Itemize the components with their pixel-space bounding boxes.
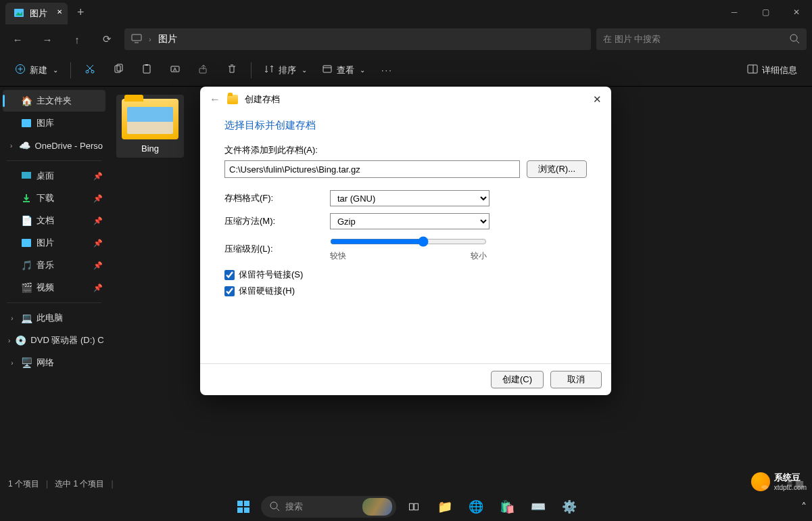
dialog-title: 创建存档 <box>245 93 280 106</box>
browse-button[interactable]: 浏览(R)... <box>527 160 587 178</box>
copy-button[interactable] <box>106 59 130 82</box>
details-pane-icon <box>747 64 758 76</box>
sidebar-item-gallery[interactable]: 图库 <box>3 112 105 134</box>
level-label: 压缩级别(L): <box>224 243 330 255</box>
cut-button[interactable] <box>78 59 102 82</box>
format-select[interactable]: tar (GNU) <box>330 190 489 206</box>
expand-icon[interactable]: › <box>8 142 15 150</box>
desktop-icon <box>21 171 32 181</box>
create-archive-dialog: ← 创建存档 ✕ 选择目标并创建存档 文件将添加到此存档(A): 浏览(R)..… <box>200 87 611 395</box>
explorer-button[interactable]: 📁 <box>431 494 458 520</box>
monitor-icon <box>131 33 142 46</box>
delete-button[interactable] <box>220 59 244 82</box>
pictures-icon <box>14 7 24 20</box>
svg-rect-25 <box>22 172 31 179</box>
settings-button[interactable]: ⚙️ <box>556 494 583 520</box>
pin-icon: 📌 <box>93 261 103 270</box>
breadcrumb[interactable]: › 图片 <box>124 28 591 50</box>
sidebar-item-this-pc[interactable]: ›💻此电脑 <box>3 307 105 329</box>
forward-button[interactable]: → <box>35 28 59 50</box>
search-placeholder: 在 图片 中搜索 <box>603 33 661 45</box>
back-button[interactable]: ← <box>5 28 30 50</box>
store-button[interactable]: 🛍️ <box>494 494 521 520</box>
new-button[interactable]: 新建 <box>9 59 64 82</box>
sidebar-item-onedrive[interactable]: ›☁️OneDrive - Perso <box>3 135 105 156</box>
folder-item-bing[interactable]: Bing <box>116 95 184 158</box>
expand-icon[interactable]: › <box>8 359 16 367</box>
sort-button[interactable]: 排序 <box>258 59 312 82</box>
svg-rect-26 <box>22 239 31 247</box>
more-icon: ··· <box>381 65 393 75</box>
download-icon <box>21 193 32 204</box>
close-tab-icon[interactable]: ✕ <box>57 8 62 16</box>
folder-icon <box>227 95 238 104</box>
sidebar-item-music[interactable]: 🎵音乐📌 <box>3 254 105 276</box>
dialog-back-button[interactable]: ← <box>210 93 220 106</box>
up-button[interactable]: ↑ <box>65 28 89 50</box>
svg-rect-22 <box>748 65 757 73</box>
watermark-site: xtdptc.com <box>774 484 807 491</box>
copy-icon <box>113 64 124 76</box>
svg-rect-24 <box>22 119 31 127</box>
title-bar: 图片 ✕ + ─ ▢ ✕ <box>0 0 812 24</box>
disc-icon: 💿 <box>15 335 26 346</box>
details-pane-button[interactable]: 详细信息 <box>742 59 803 82</box>
edge-button[interactable]: 🌐 <box>462 494 489 520</box>
preserve-hardlinks-row: 保留硬链接(H) <box>224 285 587 297</box>
search-input[interactable]: 在 图片 中搜索 <box>596 28 807 50</box>
paste-icon <box>141 64 152 76</box>
dialog-header: ← 创建存档 ✕ <box>200 87 611 112</box>
view-button[interactable]: 查看 <box>316 59 371 82</box>
status-separator: | <box>111 479 113 489</box>
more-button[interactable]: ··· <box>375 59 400 82</box>
chevron-right-icon: › <box>149 35 151 43</box>
sidebar-item-pictures[interactable]: 图片📌 <box>3 232 105 254</box>
sidebar-item-downloads[interactable]: 下载📌 <box>3 187 105 209</box>
new-tab-button[interactable]: + <box>77 5 85 20</box>
dialog-close-button[interactable]: ✕ <box>593 93 602 106</box>
search-icon <box>789 33 800 46</box>
pin-icon: 📌 <box>93 194 103 203</box>
expand-icon[interactable]: › <box>8 337 10 344</box>
sidebar-item-dvd[interactable]: ›💿DVD 驱动器 (D:) C <box>3 330 105 351</box>
tab-pictures[interactable]: 图片 ✕ <box>5 3 68 24</box>
maximize-button[interactable]: ▢ <box>750 0 781 24</box>
share-button[interactable] <box>191 59 216 82</box>
archive-path-input[interactable] <box>224 160 520 178</box>
method-select[interactable]: Gzip <box>330 213 489 229</box>
sidebar-item-desktop[interactable]: 桌面📌 <box>3 165 105 187</box>
preserve-symlinks-checkbox[interactable] <box>224 270 235 280</box>
close-window-button[interactable]: ✕ <box>781 0 812 24</box>
start-button[interactable] <box>230 494 257 520</box>
sort-icon <box>264 64 274 76</box>
svg-rect-29 <box>409 503 413 510</box>
minimize-button[interactable]: ─ <box>719 0 750 24</box>
expand-icon[interactable]: › <box>8 315 16 322</box>
task-view-button[interactable] <box>400 494 427 520</box>
paste-button[interactable] <box>135 59 159 82</box>
sidebar-item-network[interactable]: ›🖥️网络 <box>3 352 105 373</box>
refresh-button[interactable]: ⟳ <box>95 28 119 50</box>
sidebar-item-videos[interactable]: 🎬视频📌 <box>3 277 105 298</box>
create-button[interactable]: 创建(C) <box>491 371 544 388</box>
cancel-button[interactable]: 取消 <box>550 371 602 388</box>
preserve-hardlinks-checkbox[interactable] <box>224 286 235 296</box>
path-label: 文件将添加到此存档(A): <box>224 144 587 156</box>
rename-button[interactable]: A <box>163 59 187 82</box>
sidebar-item-documents[interactable]: 📄文档📌 <box>3 210 105 231</box>
status-selected: 选中 1 个项目 <box>55 478 104 490</box>
gallery-icon <box>21 118 32 129</box>
dialog-heading: 选择目标并创建存档 <box>224 119 587 132</box>
svg-rect-20 <box>323 66 331 72</box>
taskbar-search[interactable]: 搜索 <box>261 496 396 518</box>
level-slider[interactable] <box>330 236 487 247</box>
video-icon: 🎬 <box>21 282 32 293</box>
tray-expand-icon[interactable]: ˄ <box>801 501 807 514</box>
sidebar-item-home[interactable]: 🏠主文件夹 <box>3 90 105 112</box>
level-small-label: 较小 <box>471 250 487 262</box>
pictures-icon <box>21 237 32 248</box>
preserve-symlinks-label: 保留符号链接(S) <box>239 269 303 281</box>
trash-icon <box>226 64 237 76</box>
search-icon <box>269 501 280 514</box>
terminal-button[interactable]: ⌨️ <box>525 494 552 520</box>
